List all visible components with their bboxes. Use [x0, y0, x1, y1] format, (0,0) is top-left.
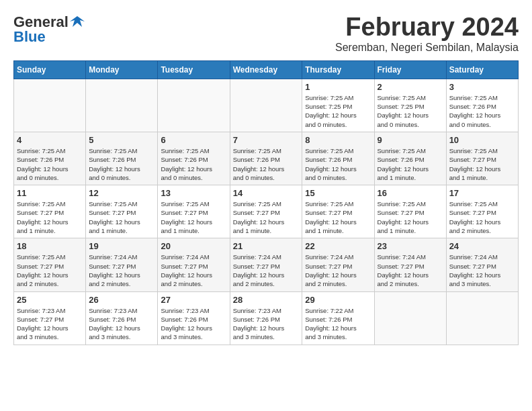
day-info: Sunrise: 7:23 AM Sunset: 7:26 PM Dayligh… — [233, 306, 300, 342]
title-block: February 2024 Seremban, Negeri Sembilan,… — [335, 13, 519, 54]
calendar-cell: 25Sunrise: 7:23 AM Sunset: 7:27 PM Dayli… — [14, 291, 86, 345]
calendar-cell: 23Sunrise: 7:24 AM Sunset: 7:27 PM Dayli… — [374, 238, 446, 291]
logo: General Blue — [13, 13, 85, 46]
calendar-cell: 29Sunrise: 7:22 AM Sunset: 7:26 PM Dayli… — [302, 291, 374, 345]
calendar-cell: 5Sunrise: 7:25 AM Sunset: 7:26 PM Daylig… — [86, 132, 158, 185]
day-info: Sunrise: 7:23 AM Sunset: 7:27 PM Dayligh… — [17, 306, 83, 342]
day-info: Sunrise: 7:25 AM Sunset: 7:26 PM Dayligh… — [305, 146, 371, 182]
day-info: Sunrise: 7:25 AM Sunset: 7:27 PM Dayligh… — [449, 199, 515, 235]
day-info: Sunrise: 7:25 AM Sunset: 7:27 PM Dayligh… — [89, 199, 154, 235]
day-number: 14 — [233, 188, 300, 198]
day-info: Sunrise: 7:25 AM Sunset: 7:27 PM Dayligh… — [161, 199, 226, 235]
calendar-cell: 17Sunrise: 7:25 AM Sunset: 7:27 PM Dayli… — [446, 185, 518, 238]
day-info: Sunrise: 7:25 AM Sunset: 7:26 PM Dayligh… — [17, 146, 83, 182]
calendar-cell: 8Sunrise: 7:25 AM Sunset: 7:26 PM Daylig… — [302, 132, 374, 185]
day-number: 9 — [378, 135, 443, 145]
day-info: Sunrise: 7:25 AM Sunset: 7:27 PM Dayligh… — [17, 199, 83, 235]
day-number: 13 — [161, 188, 226, 198]
calendar-cell: 22Sunrise: 7:24 AM Sunset: 7:27 PM Dayli… — [302, 238, 374, 291]
weekday-header-friday: Friday — [374, 60, 446, 79]
calendar-week-row: 18Sunrise: 7:25 AM Sunset: 7:27 PM Dayli… — [14, 238, 519, 291]
calendar-cell: 26Sunrise: 7:23 AM Sunset: 7:26 PM Dayli… — [86, 291, 158, 345]
day-info: Sunrise: 7:25 AM Sunset: 7:26 PM Dayligh… — [89, 146, 154, 182]
calendar-cell: 27Sunrise: 7:23 AM Sunset: 7:26 PM Dayli… — [158, 291, 230, 345]
calendar-cell: 1Sunrise: 7:25 AM Sunset: 7:25 PM Daylig… — [302, 79, 374, 132]
calendar-cell: 14Sunrise: 7:25 AM Sunset: 7:27 PM Dayli… — [230, 185, 302, 238]
day-info: Sunrise: 7:23 AM Sunset: 7:26 PM Dayligh… — [89, 306, 154, 342]
day-info: Sunrise: 7:25 AM Sunset: 7:27 PM Dayligh… — [233, 199, 300, 235]
day-info: Sunrise: 7:25 AM Sunset: 7:25 PM Dayligh… — [378, 93, 443, 129]
day-number: 1 — [305, 82, 371, 92]
day-number: 25 — [17, 295, 83, 305]
calendar-cell — [374, 291, 446, 345]
calendar-cell: 16Sunrise: 7:25 AM Sunset: 7:27 PM Dayli… — [374, 185, 446, 238]
day-number: 12 — [89, 188, 154, 198]
day-number: 16 — [378, 188, 443, 198]
day-info: Sunrise: 7:24 AM Sunset: 7:27 PM Dayligh… — [449, 253, 515, 288]
weekday-header-wednesday: Wednesday — [230, 60, 302, 79]
day-number: 17 — [449, 188, 515, 198]
calendar-cell — [14, 79, 86, 132]
day-info: Sunrise: 7:25 AM Sunset: 7:27 PM Dayligh… — [378, 199, 443, 235]
calendar-cell: 3Sunrise: 7:25 AM Sunset: 7:26 PM Daylig… — [446, 79, 518, 132]
location-title: Seremban, Negeri Sembilan, Malaysia — [335, 42, 519, 54]
calendar-cell: 19Sunrise: 7:24 AM Sunset: 7:27 PM Dayli… — [86, 238, 158, 291]
calendar-cell: 18Sunrise: 7:25 AM Sunset: 7:27 PM Dayli… — [14, 238, 86, 291]
calendar-week-row: 25Sunrise: 7:23 AM Sunset: 7:27 PM Dayli… — [14, 291, 519, 345]
day-number: 2 — [378, 82, 443, 92]
day-number: 19 — [89, 241, 154, 251]
day-number: 6 — [161, 135, 226, 145]
day-number: 8 — [305, 135, 371, 145]
day-number: 27 — [161, 295, 226, 305]
day-number: 15 — [305, 188, 371, 198]
day-info: Sunrise: 7:25 AM Sunset: 7:27 PM Dayligh… — [17, 253, 83, 288]
day-info: Sunrise: 7:25 AM Sunset: 7:27 PM Dayligh… — [305, 199, 371, 235]
day-info: Sunrise: 7:25 AM Sunset: 7:25 PM Dayligh… — [305, 93, 371, 129]
day-info: Sunrise: 7:25 AM Sunset: 7:26 PM Dayligh… — [378, 146, 443, 182]
calendar-cell: 12Sunrise: 7:25 AM Sunset: 7:27 PM Dayli… — [86, 185, 158, 238]
calendar-cell — [86, 79, 158, 132]
calendar-table: SundayMondayTuesdayWednesdayThursdayFrid… — [13, 60, 519, 345]
day-info: Sunrise: 7:24 AM Sunset: 7:27 PM Dayligh… — [305, 253, 371, 288]
day-number: 18 — [17, 241, 83, 251]
day-info: Sunrise: 7:25 AM Sunset: 7:26 PM Dayligh… — [233, 146, 300, 182]
day-number: 24 — [449, 241, 515, 251]
day-info: Sunrise: 7:25 AM Sunset: 7:26 PM Dayligh… — [161, 146, 226, 182]
calendar-cell — [230, 79, 302, 132]
day-info: Sunrise: 7:24 AM Sunset: 7:27 PM Dayligh… — [89, 253, 154, 288]
calendar-header-row: SundayMondayTuesdayWednesdayThursdayFrid… — [14, 60, 519, 79]
page-header: General Blue February 2024 Seremban, Neg… — [13, 13, 519, 54]
day-number: 20 — [161, 241, 226, 251]
calendar-week-row: 1Sunrise: 7:25 AM Sunset: 7:25 PM Daylig… — [14, 79, 519, 132]
day-number: 29 — [305, 295, 371, 305]
calendar-cell — [158, 79, 230, 132]
calendar-cell: 11Sunrise: 7:25 AM Sunset: 7:27 PM Dayli… — [14, 185, 86, 238]
day-number: 22 — [305, 241, 371, 251]
day-number: 7 — [233, 135, 300, 145]
calendar-cell — [446, 291, 518, 345]
calendar-cell: 4Sunrise: 7:25 AM Sunset: 7:26 PM Daylig… — [14, 132, 86, 185]
day-info: Sunrise: 7:23 AM Sunset: 7:26 PM Dayligh… — [161, 306, 226, 342]
day-info: Sunrise: 7:24 AM Sunset: 7:27 PM Dayligh… — [161, 253, 226, 288]
day-number: 4 — [17, 135, 83, 145]
calendar-cell: 21Sunrise: 7:24 AM Sunset: 7:27 PM Dayli… — [230, 238, 302, 291]
day-number: 11 — [17, 188, 83, 198]
day-info: Sunrise: 7:25 AM Sunset: 7:26 PM Dayligh… — [449, 93, 515, 129]
calendar-cell: 7Sunrise: 7:25 AM Sunset: 7:26 PM Daylig… — [230, 132, 302, 185]
svg-marker-0 — [70, 16, 85, 27]
calendar-cell: 6Sunrise: 7:25 AM Sunset: 7:26 PM Daylig… — [158, 132, 230, 185]
month-title: February 2024 — [335, 13, 519, 42]
calendar-week-row: 11Sunrise: 7:25 AM Sunset: 7:27 PM Dayli… — [14, 185, 519, 238]
calendar-cell: 13Sunrise: 7:25 AM Sunset: 7:27 PM Dayli… — [158, 185, 230, 238]
day-info: Sunrise: 7:24 AM Sunset: 7:27 PM Dayligh… — [378, 253, 443, 288]
weekday-header-saturday: Saturday — [446, 60, 518, 79]
calendar-cell: 24Sunrise: 7:24 AM Sunset: 7:27 PM Dayli… — [446, 238, 518, 291]
weekday-header-thursday: Thursday — [302, 60, 374, 79]
day-number: 5 — [89, 135, 154, 145]
weekday-header-tuesday: Tuesday — [158, 60, 230, 79]
day-number: 28 — [233, 295, 300, 305]
logo-blue: Blue — [13, 28, 46, 46]
day-info: Sunrise: 7:24 AM Sunset: 7:27 PM Dayligh… — [233, 253, 300, 288]
calendar-week-row: 4Sunrise: 7:25 AM Sunset: 7:26 PM Daylig… — [14, 132, 519, 185]
calendar-cell: 2Sunrise: 7:25 AM Sunset: 7:25 PM Daylig… — [374, 79, 446, 132]
